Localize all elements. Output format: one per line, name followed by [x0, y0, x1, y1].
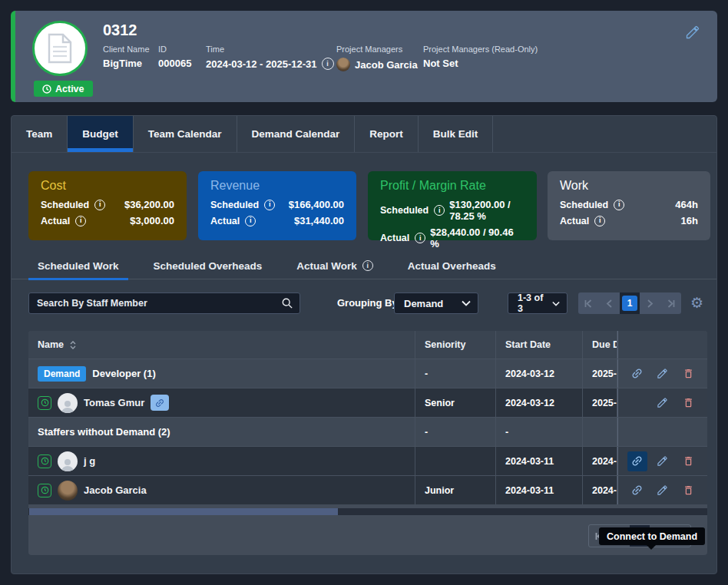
search-input[interactable] [29, 298, 282, 309]
sort-icon[interactable] [70, 341, 76, 349]
project-managers-readonly-field: Project Managers (Read-Only) Not Set [423, 45, 538, 69]
work-summary-card: Work Scheduled i 464h Actual i 16h [548, 171, 710, 240]
profit-card-title: Profit / Margin Rate [380, 179, 524, 193]
tab-demand-calendar[interactable]: Demand Calendar [237, 116, 356, 152]
project-manager-avatar [336, 58, 350, 71]
revenue-actual-info-icon[interactable]: i [245, 216, 256, 226]
project-managers-field: Project Managers Jacob Garcia [336, 45, 418, 71]
table-header-row: Name Seniority Start Date Due D [28, 331, 707, 359]
horizontal-scrollbar[interactable] [28, 508, 707, 515]
table-row-j-g[interactable]: j g 2024-03-11 2024-0 [28, 446, 707, 475]
clock-icon [42, 84, 51, 94]
column-header-due-date[interactable]: Due D [583, 331, 617, 359]
edit-row-button[interactable] [653, 393, 673, 413]
last-page-button[interactable] [660, 292, 681, 314]
table-settings-gear-icon[interactable]: ⚙ [690, 295, 703, 312]
profit-actual-info-icon[interactable]: i [415, 233, 425, 243]
current-page-button[interactable]: 1 [620, 292, 640, 314]
time-info-icon[interactable]: i [322, 58, 334, 70]
table-toolbar: Grouping By: Demand 1-3 of 3 1 [12, 292, 716, 316]
subtab-actual-work[interactable]: Actual Work i [287, 253, 382, 279]
tab-report[interactable]: Report [355, 116, 419, 152]
work-actual-value: 16h [681, 215, 698, 226]
subtab-scheduled-work[interactable]: Scheduled Work [28, 253, 128, 279]
revenue-scheduled-info-icon[interactable]: i [264, 200, 275, 210]
next-page-button[interactable] [640, 292, 660, 314]
delete-row-button[interactable] [678, 393, 698, 413]
edit-row-button[interactable] [653, 481, 673, 501]
cost-summary-card: Cost Scheduled i $36,200.00 Actual i $3,… [28, 171, 187, 240]
actual-work-info-icon[interactable]: i [362, 260, 373, 271]
profit-scheduled-value: $130,200.00 / 78.25 % [449, 199, 524, 222]
column-header-start-date[interactable]: Start Date [496, 331, 583, 359]
due-date-value: 2025-1 [592, 398, 617, 408]
edit-project-icon[interactable] [685, 25, 700, 40]
tab-team-calendar[interactable]: Team Calendar [134, 116, 237, 152]
delete-row-button[interactable] [678, 364, 698, 384]
seniority-value: - [425, 427, 428, 438]
start-date-value: - [505, 427, 508, 438]
revenue-scheduled-value: $166,400.00 [289, 199, 344, 210]
cost-scheduled-info-icon[interactable]: i [94, 200, 105, 210]
seniority-value: - [425, 369, 428, 379]
staff-avatar [58, 451, 78, 471]
linked-demand-badge-icon[interactable] [151, 395, 169, 411]
prev-page-button[interactable] [599, 292, 620, 314]
grouping-by-label: Grouping By: [337, 292, 401, 314]
search-icon[interactable] [282, 298, 293, 309]
page-range-select[interactable]: 1-3 of 3 [508, 292, 568, 314]
search-box [28, 292, 300, 314]
work-actual-label: Actual [560, 216, 589, 226]
revenue-summary-card: Revenue Scheduled i $166,400.00 Actual i… [198, 171, 356, 240]
staff-photo-avatar [58, 481, 78, 501]
delete-row-button[interactable] [678, 481, 698, 501]
profit-actual-label: Actual [380, 233, 409, 243]
page-number: 1 [622, 296, 637, 311]
staff-active-status-icon [38, 396, 51, 410]
project-managers-readonly-label: Project Managers (Read-Only) [423, 45, 538, 54]
due-date-value: 2024-0 [592, 456, 617, 467]
cost-actual-label: Actual [41, 216, 70, 226]
profit-scheduled-info-icon[interactable]: i [434, 205, 445, 216]
top-pagination: 1 [578, 292, 681, 314]
table-row-jacob-garcia[interactable]: Jacob Garcia Junior 2024-03-11 2024-0 [28, 475, 707, 504]
edit-row-button[interactable] [653, 451, 673, 471]
tab-team[interactable]: Team [12, 116, 68, 152]
grouping-select[interactable]: Demand [394, 292, 478, 314]
page-title: 0312 [103, 21, 137, 39]
column-header-seniority[interactable]: Seniority [415, 331, 496, 359]
time-label: Time [206, 45, 334, 54]
connect-to-demand-button-hovered[interactable] [627, 451, 647, 471]
staff-avatar [58, 393, 78, 413]
tab-bulk-edit[interactable]: Bulk Edit [419, 116, 494, 152]
edit-row-button[interactable] [653, 364, 673, 384]
start-date-value: 2024-03-12 [505, 369, 554, 379]
subtab-actual-overheads[interactable]: Actual Overheads [399, 253, 505, 279]
profit-summary-card: Profit / Margin Rate Scheduled i $130,20… [368, 171, 537, 240]
work-actual-info-icon[interactable]: i [594, 216, 605, 226]
connect-to-demand-button[interactable] [627, 364, 647, 384]
staff-active-status-icon [38, 454, 51, 468]
client-name-value: BigTime [103, 58, 150, 69]
delete-row-button[interactable] [678, 451, 698, 471]
table-row-staffers-without-demand[interactable]: Staffers without Demand (2) - - [28, 417, 707, 446]
client-name-field: Client Name BigTime [103, 45, 150, 69]
cost-actual-info-icon[interactable]: i [75, 216, 86, 226]
first-page-button[interactable] [578, 292, 599, 314]
due-date-value: 2024-0 [592, 485, 617, 496]
revenue-card-title: Revenue [210, 179, 344, 193]
staff-name: j g [84, 455, 95, 467]
id-field: ID 000065 [158, 45, 191, 69]
id-label: ID [158, 45, 191, 54]
table-row-tomas-gmur[interactable]: Tomas Gmur Senior 2024-03-12 2025-1 [28, 388, 707, 417]
status-badge: Active [34, 81, 93, 97]
tab-budget[interactable]: Budget [68, 116, 134, 152]
connect-to-demand-button[interactable] [627, 481, 647, 501]
subtab-scheduled-overheads[interactable]: Scheduled Overheads [144, 253, 272, 279]
work-scheduled-value: 464h [675, 199, 698, 210]
revenue-scheduled-label: Scheduled [210, 200, 259, 210]
table-row-demand-developer[interactable]: Demand Developer (1) - 2024-03-12 2025-1 [28, 359, 707, 388]
work-scheduled-info-icon[interactable]: i [614, 200, 624, 210]
column-header-name[interactable]: Name [28, 331, 415, 359]
horizontal-scrollbar-thumb[interactable] [29, 508, 338, 515]
